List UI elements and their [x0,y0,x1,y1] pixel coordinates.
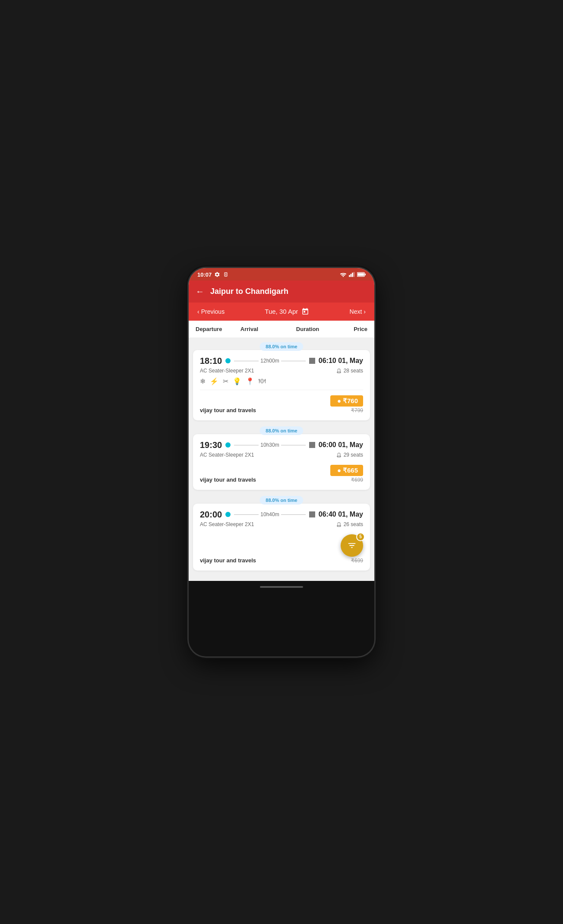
fan-icon: ❄ [200,377,206,385]
prev-label: Previous [201,308,225,315]
seat-icon-3 [336,521,342,527]
home-indicator [189,581,374,593]
price-1: ₹760 [343,397,358,405]
light-icon: 💡 [233,377,241,385]
status-bar: 10:07 [189,268,374,281]
seats-info-2: 29 seats [336,452,363,458]
next-date-button[interactable]: Next › [350,308,366,315]
charging-icon: ⚡ [210,377,218,385]
bus-card-3[interactable]: 20:00 10h40m 06:40 01, May [193,504,370,571]
bus-card-bottom-2: vijay tour and travels ● ₹665 ₹699 [200,465,363,483]
seat-icon-2 [336,452,342,458]
phone-screen: 10:07 [189,268,374,593]
wifi-amenity-icon: ✂ [223,377,228,385]
price-block-1: ● ₹760 ₹799 [330,395,363,413]
next-label: Next [350,308,362,315]
svg-rect-3 [354,272,355,277]
price-badge-2: ● ₹665 [330,465,363,476]
listings: 88.0% on time 18:10 12h00m [189,338,374,581]
back-button[interactable]: ← [196,287,204,296]
svg-rect-6 [357,273,364,276]
status-right [340,272,366,277]
col-duration: Duration [285,326,330,332]
bus-card-bottom-3: vijay tour and travels 5 [200,534,363,564]
bus-card-group-1: 88.0% on time 18:10 12h00m [193,342,370,420]
arr-info-2: 06:00 01, May [309,441,363,449]
dep-time-1: 18:10 [200,356,231,366]
bus-card-sub-1: AC Seater-Sleeper 2X1 28 seats [200,368,363,374]
status-left: 10:07 [197,271,229,278]
bus-card-sub-3: AC Seater-Sleeper 2X1 26 seats [200,521,363,527]
filter-icon [347,541,357,550]
duration-line-3: 10h40m [234,511,306,517]
svg-rect-2 [352,273,353,277]
phone-frame: 10:07 [189,268,374,656]
bus-type-1: AC Seater-Sleeper 2X1 [200,368,254,374]
signal-icon [349,272,355,277]
on-time-badge-1: 88.0% on time [259,342,303,351]
duration-line-1: 12h00m [234,358,306,364]
dep-dot-1 [225,358,231,363]
price-block-2: ● ₹665 ₹699 [330,465,363,483]
price-dot-1: ● [337,397,341,404]
app-bar-title: Jaipur to Chandigarh [210,287,288,296]
amenities-1: ❄ ⚡ ✂ 💡 📍 🍽 [200,377,363,390]
price-old-1: ₹799 [351,407,363,413]
col-departure: Departure [196,326,240,332]
price-2: ₹665 [343,467,358,474]
settings-icon [214,271,220,278]
price-block-3: 5 ₹699 [341,534,363,564]
date-nav: ‹ Previous Tue, 30 Apr Next › [189,303,374,321]
bus-card-group-3: 88.0% on time 20:00 10h40m [193,496,370,571]
svg-rect-0 [349,275,350,277]
location-icon: 📍 [246,377,254,385]
bus-card-2[interactable]: 19:30 10h30m 06:00 01, May [193,434,370,490]
col-arrival: Arrival [240,326,285,332]
filter-count: 5 [356,533,365,541]
price-dot-2: ● [337,467,341,474]
arr-info-3: 06:40 01, May [309,511,363,518]
home-bar [260,586,303,588]
dep-time-3: 20:00 [200,510,231,520]
arr-info-1: 06:10 01, May [309,357,363,365]
bus-card-1[interactable]: 18:10 12h00m 06:10 01, May [193,350,370,420]
bus-card-bottom-1: vijay tour and travels ● ₹760 ₹799 [200,395,363,413]
date-display: Tue, 30 Apr [265,308,309,315]
bus-card-top-2: 19:30 10h30m 06:00 01, May [200,440,363,450]
operator-2: vijay tour and travels [200,476,256,483]
app-bar: ← Jaipur to Chandigarh [189,281,374,303]
on-time-badge-2: 88.0% on time [259,426,303,435]
bus-type-3: AC Seater-Sleeper 2X1 [200,521,254,527]
filter-fab[interactable]: 5 [341,534,363,557]
bus-card-group-2: 88.0% on time 19:30 10h30m [193,426,370,490]
date-label: Tue, 30 Apr [265,308,298,315]
price-old-2: ₹699 [351,477,363,483]
bus-card-top-1: 18:10 12h00m 06:10 01, May [200,356,363,366]
on-time-badge-3: 88.0% on time [259,496,303,505]
food-icon: 🍽 [259,377,266,385]
dep-time-2: 19:30 [200,440,231,450]
arr-square-1 [309,358,315,364]
arr-square-3 [309,511,315,517]
operator-1: vijay tour and travels [200,407,256,413]
table-header: Departure Arrival Duration Price [189,321,374,338]
price-badge-1: ● ₹760 [330,395,363,407]
price-old-3: ₹699 [351,558,363,564]
seats-info-3: 26 seats [336,521,363,527]
calendar-icon[interactable] [301,308,309,315]
status-time: 10:07 [197,271,212,278]
seats-info-1: 28 seats [336,368,363,374]
prev-date-button[interactable]: ‹ Previous [197,308,225,315]
svg-rect-1 [351,274,352,277]
operator-3: vijay tour and travels [200,557,256,564]
battery-icon [223,271,229,278]
wifi-icon [340,272,347,277]
dep-dot-3 [225,512,231,517]
arr-square-2 [309,442,315,448]
col-price: Price [330,326,367,332]
bus-card-sub-2: AC Seater-Sleeper 2X1 29 seats [200,452,363,458]
duration-line-2: 10h30m [234,442,306,448]
seat-icon-1 [336,368,342,374]
dep-dot-2 [225,442,231,448]
bus-card-top-3: 20:00 10h40m 06:40 01, May [200,510,363,520]
